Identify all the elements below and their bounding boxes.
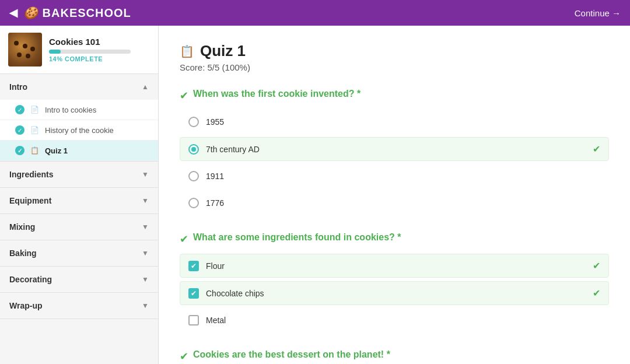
back-button[interactable]: ◀ — [9, 6, 18, 19]
chevron-down-icon: ▼ — [142, 302, 149, 310]
question-2-text: What are some ingredients found in cooki… — [193, 232, 401, 243]
section-label-equipment: Equipment — [9, 196, 51, 205]
quiz-score: Score: 5/5 (100%) — [180, 62, 609, 72]
progress-bar-fill — [49, 50, 61, 54]
answer-label-1955: 1955 — [206, 117, 600, 127]
progress-bar-wrap: 14% COMPLETE — [49, 50, 131, 62]
radio-inner-fill — [191, 147, 196, 152]
item-label-intro-cookies: Intro to cookies — [45, 106, 96, 114]
radio-button-1955 — [188, 117, 199, 127]
checkbox-choc-chips: ✔ — [188, 288, 199, 299]
logo: 🍪 BakeSchool — [23, 6, 131, 20]
question-2-correct-icon: ✔ — [180, 233, 188, 246]
answer-label-1911: 1911 — [206, 172, 600, 181]
continue-button[interactable]: Continue → — [575, 8, 621, 18]
section-header-decorating[interactable]: Decorating ▼ — [0, 267, 158, 292]
sidebar-item-history-cookie[interactable]: ✓ 📄 History of the cookie — [0, 120, 158, 141]
completed-icon: ✓ — [15, 105, 24, 114]
question-2-header: ✔ What are some ingredients found in coo… — [180, 232, 609, 246]
answer-option-1955[interactable]: 1955 — [180, 110, 609, 134]
sidebar-section-wrapup: Wrap-up ▼ — [0, 293, 158, 319]
question-3-text: Cookies are the best dessert on the plan… — [193, 349, 390, 360]
answer-option-1911[interactable]: 1911 — [180, 164, 609, 188]
chevron-down-icon: ▼ — [142, 275, 149, 284]
section-label-mixing: Mixing — [9, 222, 35, 232]
logo-area: ◀ 🍪 BakeSchool — [9, 6, 131, 20]
checkbox-label-metal: Metal — [206, 316, 600, 325]
chevron-down-icon: ▼ — [142, 197, 149, 205]
checkbox-option-flour[interactable]: ✔ Flour ✔ — [180, 254, 609, 278]
section-header-wrapup[interactable]: Wrap-up ▼ — [0, 293, 158, 318]
quiz-icon: 📋 — [30, 146, 39, 155]
course-title: Cookies 101 — [49, 37, 131, 47]
quiz-title-row: 📋 Quiz 1 — [180, 42, 609, 60]
section-header-intro[interactable]: Intro ▲ — [0, 74, 158, 100]
course-info: Cookies 101 14% COMPLETE — [49, 37, 131, 62]
chevron-up-icon: ▲ — [142, 83, 149, 91]
question-1-header: ✔ When was the first cookie invented? * — [180, 89, 609, 102]
section-label-baking: Baking — [9, 249, 37, 258]
sidebar-section-ingredients: Ingredients ▼ — [0, 162, 158, 188]
main-layout: Cookies 101 14% COMPLETE Intro ▲ ✓ 📄 Int… — [0, 26, 630, 364]
section-label-ingredients: Ingredients — [9, 170, 53, 179]
sidebar-item-intro-cookies[interactable]: ✓ 📄 Intro to cookies — [0, 100, 158, 120]
sidebar-item-quiz1[interactable]: ✓ 📋 Quiz 1 — [0, 141, 158, 161]
sidebar: Cookies 101 14% COMPLETE Intro ▲ ✓ 📄 Int… — [0, 26, 159, 364]
logo-bake: 🍪 — [23, 6, 43, 19]
question-3-correct-icon: ✔ — [180, 350, 188, 363]
question-1-text: When was the first cookie invented? * — [193, 89, 360, 99]
sidebar-section-equipment: Equipment ▼ — [0, 188, 158, 214]
section-label-intro: Intro — [9, 82, 27, 92]
sidebar-section-baking: Baking ▼ — [0, 240, 158, 267]
item-label-quiz1: Quiz 1 — [45, 146, 68, 155]
completed-icon: ✓ — [15, 125, 24, 135]
checkbox-label-flour: Flour — [206, 261, 586, 271]
progress-label: 14% COMPLETE — [49, 55, 131, 62]
answer-option-1776[interactable]: 1776 — [180, 191, 609, 215]
chevron-down-icon: ▼ — [142, 223, 149, 231]
course-thumbnail — [8, 33, 42, 66]
sidebar-section-decorating: Decorating ▼ — [0, 267, 158, 293]
correct-checkmark: ✔ — [593, 144, 600, 155]
answer-label-1776: 1776 — [206, 198, 600, 208]
sidebar-section-mixing: Mixing ▼ — [0, 214, 158, 240]
chevron-down-icon: ▼ — [142, 249, 149, 257]
section-label-decorating: Decorating — [9, 275, 52, 284]
checkbox-flour: ✔ — [188, 261, 199, 271]
logo-text-full: BakeSchool — [43, 6, 131, 19]
chevron-down-icon: ▼ — [142, 170, 149, 178]
question-correct-icon: ✔ — [180, 89, 188, 102]
quiz-title-icon: 📋 — [180, 44, 194, 58]
question-block-3: ✔ Cookies are the best dessert on the pl… — [180, 349, 609, 364]
section-header-equipment[interactable]: Equipment ▼ — [0, 188, 158, 214]
radio-button-1911 — [188, 171, 199, 181]
answer-label-7th-century: 7th century AD — [206, 145, 586, 154]
doc-icon: 📄 — [30, 126, 39, 134]
completed-icon: ✓ — [15, 146, 24, 155]
content-area: 📋 Quiz 1 Score: 5/5 (100%) ✔ When was th… — [159, 26, 630, 364]
answer-option-7th-century[interactable]: 7th century AD ✔ — [180, 137, 609, 161]
section-label-wrapup: Wrap-up — [9, 301, 43, 310]
radio-button-1776 — [188, 198, 199, 208]
checkbox-metal — [188, 315, 199, 326]
sidebar-section-intro: Intro ▲ ✓ 📄 Intro to cookies ✓ 📄 History… — [0, 74, 158, 162]
question-block-2: ✔ What are some ingredients found in coo… — [180, 232, 609, 332]
correct-checkmark-choc-chips: ✔ — [593, 288, 600, 299]
doc-icon: 📄 — [30, 106, 39, 114]
question-block-1: ✔ When was the first cookie invented? * … — [180, 89, 609, 215]
question-3-header: ✔ Cookies are the best dessert on the pl… — [180, 349, 609, 363]
section-header-mixing[interactable]: Mixing ▼ — [0, 214, 158, 240]
checkbox-option-choc-chips[interactable]: ✔ Chocolate chips ✔ — [180, 281, 609, 305]
section-header-baking[interactable]: Baking ▼ — [0, 240, 158, 266]
item-label-history: History of the cookie — [45, 126, 114, 135]
checkbox-option-metal[interactable]: Metal — [180, 309, 609, 332]
checkbox-label-choc-chips: Chocolate chips — [206, 289, 586, 298]
course-header: Cookies 101 14% COMPLETE — [0, 26, 158, 74]
correct-checkmark-flour: ✔ — [593, 260, 600, 271]
progress-bar-background — [49, 50, 131, 54]
quiz-title: Quiz 1 — [200, 42, 246, 60]
radio-button-7th-century — [188, 144, 199, 155]
top-navigation: ◀ 🍪 BakeSchool Continue → — [0, 0, 630, 26]
cookie-image — [8, 33, 42, 66]
section-header-ingredients[interactable]: Ingredients ▼ — [0, 162, 158, 187]
